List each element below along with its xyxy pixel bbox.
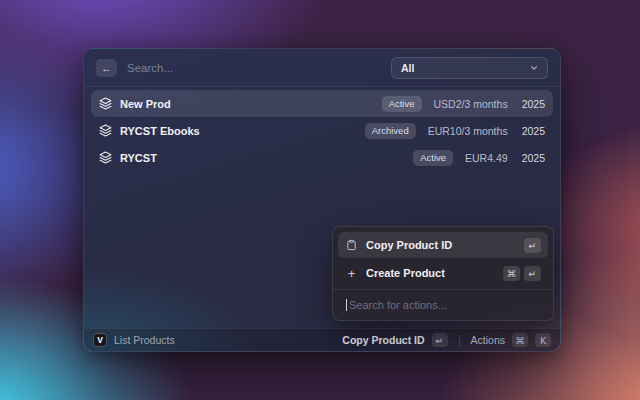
enter-key-icon: ↵ — [524, 238, 541, 253]
back-arrow-icon: ← — [101, 62, 112, 74]
status-badge: Archived — [365, 123, 416, 139]
product-row[interactable]: RYCST Active EUR4.49 2025 — [91, 144, 553, 171]
action-item-create-product[interactable]: + Create Product ⌘ ↵ — [338, 260, 548, 286]
action-label: Copy Product ID — [366, 239, 516, 251]
product-name: RYCST Ebooks — [120, 125, 357, 137]
product-row[interactable]: RYCST Ebooks Archived EUR10/3 months 202… — [91, 117, 553, 144]
actions-search-input[interactable]: Search for actions... — [338, 290, 548, 320]
text-caret — [346, 299, 347, 311]
action-item-copy-product-id[interactable]: Copy Product ID ↵ — [338, 232, 548, 258]
command-palette-window: ← Search... All New Prod Active USD2/3 m… — [83, 48, 561, 352]
palette-header: ← Search... All — [84, 49, 560, 87]
footer-command-label: List Products — [114, 334, 175, 346]
product-name: RYCST — [120, 152, 405, 164]
product-price: USD2/3 months — [434, 98, 508, 110]
footer-actions-button[interactable]: Actions — [471, 334, 505, 346]
palette-footer: V List Products Copy Product ID ↵ Action… — [84, 328, 560, 351]
action-label: Create Product — [366, 267, 495, 279]
status-badge: Active — [382, 96, 422, 112]
product-name: New Prod — [120, 98, 374, 110]
layers-icon — [99, 124, 112, 137]
actions-panel: Copy Product ID ↵ + Create Product ⌘ ↵ S… — [332, 226, 554, 321]
filter-dropdown-value: All — [401, 62, 414, 74]
enter-key-icon: ↵ — [524, 266, 541, 281]
product-price: EUR4.49 — [465, 152, 508, 164]
search-input[interactable]: Search... — [127, 62, 381, 74]
plus-icon: + — [345, 267, 358, 280]
command-key-icon: ⌘ — [512, 333, 528, 347]
actions-search-placeholder: Search for actions... — [349, 299, 447, 311]
app-logo-icon: V — [93, 333, 107, 347]
command-key-icon: ⌘ — [503, 266, 520, 281]
product-year: 2025 — [522, 152, 545, 164]
clipboard-icon — [345, 239, 358, 251]
product-row[interactable]: New Prod Active USD2/3 months 2025 — [91, 90, 553, 117]
layers-icon — [99, 97, 112, 110]
layers-icon — [99, 151, 112, 164]
product-list: New Prod Active USD2/3 months 2025 RYCST… — [84, 87, 560, 174]
action-shortcut: ⌘ ↵ — [503, 266, 541, 281]
footer-primary-action[interactable]: Copy Product ID — [342, 334, 424, 346]
enter-key-icon: ↵ — [432, 333, 448, 347]
product-year: 2025 — [522, 98, 545, 110]
footer-separator — [459, 335, 460, 346]
product-year: 2025 — [522, 125, 545, 137]
chevron-down-icon — [530, 64, 538, 72]
status-badge: Active — [413, 150, 453, 166]
action-shortcut: ↵ — [524, 238, 541, 253]
back-button[interactable]: ← — [96, 59, 117, 77]
k-key-icon: K — [535, 333, 551, 347]
filter-dropdown[interactable]: All — [391, 57, 548, 79]
product-price: EUR10/3 months — [428, 125, 508, 137]
